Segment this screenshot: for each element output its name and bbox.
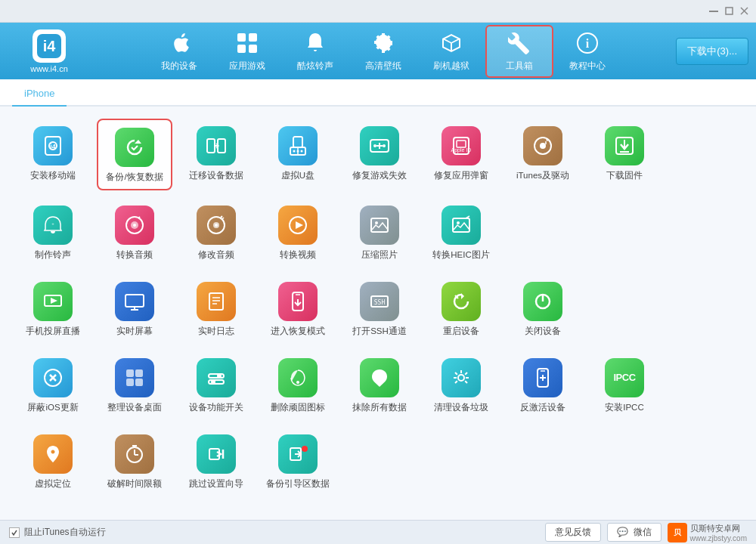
nav-item-toolbox[interactable]: 工具箱 [485,25,553,78]
tool-install-ipcc[interactable]: IPCC 安装IPCC [587,351,662,419]
open-ssh-icon: SSH [360,282,399,321]
tool-open-ssh[interactable]: SSH 打开SSH通道 [342,274,417,343]
tool-migrate[interactable]: 迁移设备数据 [178,119,254,190]
realtime-log-icon [197,282,236,321]
tool-itunes-driver[interactable]: iTunes及驱动 [505,119,581,190]
wechat-icon: 💬 [617,527,628,537]
break-time-icon [115,434,154,474]
nav-item-ringtone-label: 酷炫铃声 [297,60,333,73]
tool-download-firmware[interactable]: 下载固件 [587,119,662,190]
nav-bar: i4 www.i4.cn 我的设备 应用 [0,23,756,79]
tool-realtime-log[interactable]: 实时日志 [178,274,254,343]
tool-break-time[interactable]: 破解时间限额 [97,427,172,496]
tool-backup-boot[interactable]: 备份引导区数据 [260,427,336,496]
svg-point-92 [458,375,464,381]
nav-item-app-game[interactable]: 应用游戏 [213,25,281,78]
svg-line-48 [222,218,224,219]
tool-fix-game[interactable]: 修复游戏失效 [342,119,417,190]
realtime-screen-icon [115,282,154,321]
tool-backup-restore[interactable]: 备份/恢复数据 [97,119,172,190]
tool-remove-stubborn-icon[interactable]: 删除顽固图标 [260,351,336,419]
svg-point-24 [301,150,303,153]
tool-fake-location[interactable]: 虚拟定位 [15,427,91,496]
wrench-icon [506,29,533,57]
nav-item-jailbreak[interactable]: 刷机越狱 [417,25,485,78]
tool-deactivate[interactable]: 反激活设备 [505,351,581,419]
tool-erase-all[interactable]: 抹除所有数据 [342,351,417,419]
svg-marker-70 [461,293,464,299]
tool-compress-photo-label: 压缩照片 [361,249,398,261]
itunes-checkbox[interactable] [9,527,20,538]
tool-reboot[interactable]: 重启设备 [423,274,499,343]
tool-realtime-screen[interactable]: 实时屏幕 [97,274,172,343]
screen-mirror-icon [33,282,73,321]
nav-item-ringtone[interactable]: 酷炫铃声 [281,25,349,78]
svg-marker-50 [296,221,303,229]
svg-text:i: i [586,37,590,50]
maximize-button[interactable] [723,5,735,17]
svg-rect-101 [209,449,219,459]
svg-rect-31 [457,141,466,147]
tool-device-toggle[interactable]: 设备功能开关 [178,351,254,419]
tool-convert-audio[interactable]: 转换音频 [97,198,172,267]
svg-rect-16 [207,139,215,153]
remove-stubborn-icon-icon [278,358,318,397]
recovery-mode-icon [278,282,318,321]
svg-point-34 [540,143,546,149]
tool-virtual-udisk-label: 虚拟U盘 [281,170,314,181]
tool-convert-video[interactable]: 转换视频 [260,198,336,267]
svg-text:Apple ID: Apple ID [451,147,472,153]
tool-screen-mirror-label: 手机投屏直播 [26,326,80,337]
itunes-checkbox-label: 阻止iTunes自动运行 [24,526,106,539]
svg-line-86 [465,372,467,375]
skip-setup-icon [197,434,236,474]
feedback-button[interactable]: 意见反馈 [545,523,601,542]
svg-point-23 [297,150,299,153]
nav-item-jailbreak-label: 刷机越狱 [433,60,469,73]
tool-deactivate-label: 反激活设备 [520,402,565,413]
tool-row-2: + 制作铃声 转换音频 [15,198,741,267]
nav-item-wallpaper[interactable]: 高清壁纸 [349,25,417,78]
convert-video-icon [278,206,318,245]
migrate-icon [197,126,236,165]
nav-item-tutorial[interactable]: i 教程中心 [553,25,621,78]
tool-clean-junk[interactable]: 清理设备垃圾 [423,351,499,419]
brand-area: 贝 贝斯特安卓网 www.zjbstyy.com [668,523,747,542]
tool-edit-audio[interactable]: 修改音频 [178,198,254,267]
minimize-button[interactable] [708,5,720,17]
nav-item-toolbox-label: 工具箱 [506,60,533,73]
tool-skip-setup[interactable]: 跳过设置向导 [178,427,254,496]
tool-virtual-udisk[interactable]: 虚拟U盘 [260,119,336,190]
svg-rect-78 [126,379,134,386]
wechat-button[interactable]: 💬 微信 [607,523,661,542]
tool-convert-heic[interactable]: 转换HEIC图片 [423,198,499,267]
brand-url: www.zjbstyy.com [690,534,747,542]
tool-remove-stubborn-icon-label: 删除顽固图标 [271,402,325,413]
svg-point-83 [211,379,215,384]
install-ipcc-icon: IPCC [605,358,644,397]
tool-make-ringtone[interactable]: + 制作铃声 [15,198,91,267]
tool-recovery-mode[interactable]: 进入恢复模式 [260,274,336,343]
tool-fix-app-crash[interactable]: Apple ID 修复应用弹窗 [423,119,499,190]
nav-item-my-device[interactable]: 我的设备 [145,25,213,78]
tab-iphone[interactable]: iPhone [12,83,67,107]
tool-fake-location-label: 虚拟定位 [35,478,71,490]
tool-itunes-driver-label: iTunes及驱动 [516,170,569,181]
svg-line-90 [465,381,467,383]
tool-device-toggle-label: 设备功能开关 [189,402,243,413]
svg-rect-9 [249,45,257,53]
edit-audio-icon [197,206,236,245]
tool-shutdown[interactable]: 关闭设备 [505,274,581,343]
svg-rect-19 [293,137,302,147]
download-button[interactable]: 下载中(3)... [676,38,748,65]
tool-screen-mirror[interactable]: 手机投屏直播 [15,274,91,343]
nav-items: 我的设备 应用游戏 酷炫铃声 [98,25,668,78]
tool-organize-desktop[interactable]: 整理设备桌面 [97,351,172,419]
svg-marker-57 [51,298,57,304]
tool-compress-photo[interactable]: 压缩照片 [342,198,417,267]
main-content: i4 安装移动端 备份/恢复数据 [0,107,756,520]
close-button[interactable] [738,5,750,17]
apple-icon [166,29,193,57]
tool-install-app[interactable]: i4 安装移动端 [15,119,91,190]
tool-block-ios-update[interactable]: 屏蔽iOS更新 [15,351,91,419]
